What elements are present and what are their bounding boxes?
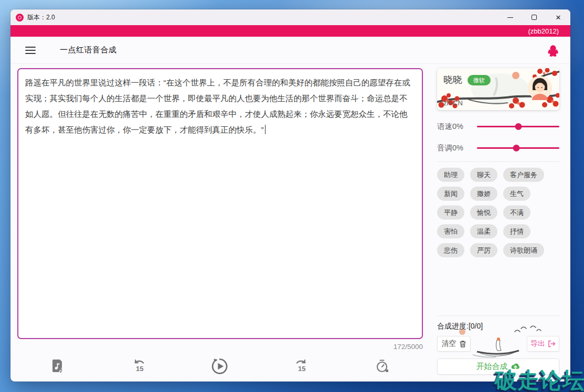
svg-text:15: 15 bbox=[136, 365, 143, 373]
text-input-area[interactable]: 路遥在平凡的世界里说过这样一段话：“在这个世界上，不是所有合理的和美好的都能按照… bbox=[17, 68, 423, 339]
editor-text: 路遥在平凡的世界里说过这样一段话：“在这个世界上，不是所有合理的和美好的都能按照… bbox=[25, 78, 410, 134]
style-tags: 助理 聊天 客户服务 新闻 撒娇 生气 平静 愉悦 不满 害怕 温柔 抒情 悲伤… bbox=[437, 168, 559, 262]
style-tag[interactable]: 严厉 bbox=[470, 243, 497, 257]
style-tag[interactable]: 害怕 bbox=[437, 224, 464, 238]
qq-penguin-icon[interactable] bbox=[547, 44, 559, 57]
style-tag[interactable]: 抒情 bbox=[503, 224, 530, 238]
pitch-slider[interactable] bbox=[477, 143, 559, 153]
style-tag[interactable]: 撒娇 bbox=[470, 187, 497, 201]
slow-play-icon[interactable] bbox=[210, 357, 229, 376]
style-tag[interactable]: 不满 bbox=[503, 205, 530, 220]
timer-icon[interactable] bbox=[373, 357, 392, 376]
audio-file-icon[interactable] bbox=[48, 357, 67, 376]
page-title: 一点红语音合成 bbox=[60, 45, 117, 55]
close-icon: ✕ bbox=[556, 14, 561, 21]
style-tag[interactable]: 悲伤 bbox=[437, 243, 464, 257]
pitch-label: 音调0% bbox=[437, 143, 470, 153]
style-tag[interactable]: 温柔 bbox=[470, 224, 497, 238]
title-bar: 版本：2.0 ✕ bbox=[10, 9, 570, 25]
maximize-button[interactable] bbox=[522, 9, 546, 25]
text-caret bbox=[265, 125, 266, 134]
app-window: 版本：2.0 ✕ (zbb2012) 一点红语音合成 路遥在平凡的世界里说过这样… bbox=[10, 9, 570, 382]
style-tag[interactable]: 平静 bbox=[437, 205, 464, 220]
clear-button[interactable]: 清空 bbox=[437, 336, 471, 352]
maximize-icon bbox=[532, 15, 537, 20]
style-tag[interactable]: 生气 bbox=[503, 187, 530, 201]
rate-row: 语速0% bbox=[437, 121, 559, 132]
style-tag[interactable]: 新闻 bbox=[437, 187, 464, 201]
style-tag[interactable]: 诗歌朗诵 bbox=[503, 243, 544, 257]
watermark: 破走论坛 bbox=[495, 366, 584, 392]
close-button[interactable]: ✕ bbox=[546, 9, 570, 25]
minimize-icon bbox=[507, 17, 513, 18]
trash-icon bbox=[459, 340, 466, 348]
voice-name: 晓晓 bbox=[443, 73, 462, 86]
app-header: 一点红语音合成 bbox=[10, 37, 570, 64]
pitch-row: 音调0% bbox=[437, 143, 559, 153]
replay-15-icon[interactable]: 15 bbox=[130, 357, 148, 376]
style-tag[interactable]: 愉悦 bbox=[470, 205, 497, 220]
vendor-badge: 微软 bbox=[468, 75, 491, 85]
style-tag[interactable]: 助理 bbox=[437, 168, 464, 182]
rate-slider[interactable] bbox=[477, 121, 559, 132]
forward-15-icon[interactable]: 15 bbox=[292, 357, 311, 376]
rate-label: 语速0% bbox=[437, 122, 470, 132]
export-button[interactable]: 导出 bbox=[527, 336, 559, 352]
action-buttons: 清空 导出 bbox=[437, 336, 559, 352]
style-tag[interactable]: 聊天 bbox=[470, 168, 497, 182]
player-toolbar: 15 15 bbox=[17, 354, 423, 378]
account-name: (zbb2012) bbox=[528, 27, 559, 35]
voice-panel: 晓晓 微软 zh-CN 语速0% 音调0% 助理 聊天 客户服务 新闻 撒娇 生… bbox=[437, 68, 559, 378]
voice-card[interactable]: 晓晓 微软 zh-CN bbox=[437, 68, 559, 110]
voice-locale: zh-CN bbox=[443, 99, 463, 107]
export-icon bbox=[548, 340, 556, 347]
hamburger-menu-icon[interactable] bbox=[25, 47, 36, 54]
minimize-button[interactable] bbox=[498, 9, 522, 25]
account-banner: (zbb2012) bbox=[10, 25, 570, 37]
panel-divider bbox=[437, 161, 559, 162]
version-label: 版本：2.0 bbox=[27, 13, 55, 22]
window-controls: ✕ bbox=[498, 9, 570, 25]
progress-label: 合成进度:[0/0] bbox=[437, 322, 559, 331]
char-counter: 172/5000 bbox=[17, 343, 423, 351]
svg-text:15: 15 bbox=[298, 365, 305, 373]
app-logo-icon bbox=[16, 14, 24, 21]
style-tag[interactable]: 客户服务 bbox=[503, 168, 544, 182]
